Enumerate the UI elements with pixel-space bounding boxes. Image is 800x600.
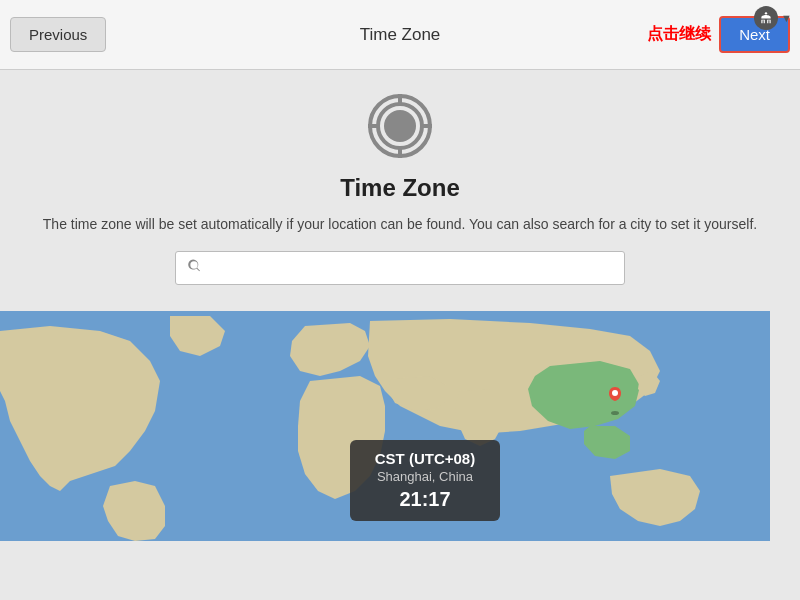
tooltip-city: Shanghai, China bbox=[366, 469, 484, 484]
svg-point-2 bbox=[384, 110, 416, 142]
svg-point-10 bbox=[612, 390, 618, 396]
page-title: Time Zone bbox=[360, 25, 441, 45]
search-container bbox=[175, 251, 625, 285]
section-title: Time Zone bbox=[30, 174, 770, 202]
previous-button[interactable]: Previous bbox=[10, 17, 106, 52]
top-bar: Previous Time Zone 点击继续 Next ▼ bbox=[0, 0, 800, 70]
click-continue-label: 点击继续 bbox=[647, 24, 711, 45]
search-icon bbox=[186, 258, 202, 278]
main-content: Time Zone The time zone will be set auto… bbox=[0, 70, 800, 311]
svg-point-9 bbox=[611, 411, 619, 415]
tooltip-time: 21:17 bbox=[366, 488, 484, 511]
map-tooltip: CST (UTC+08) Shanghai, China 21:17 bbox=[350, 440, 500, 521]
accessibility-icon[interactable] bbox=[754, 6, 778, 30]
svg-point-0 bbox=[765, 12, 767, 14]
city-search-input[interactable] bbox=[210, 260, 614, 276]
map-container[interactable]: CST (UTC+08) Shanghai, China 21:17 bbox=[0, 311, 770, 541]
timezone-icon bbox=[364, 90, 436, 162]
description-text: The time zone will be set automatically … bbox=[30, 214, 770, 235]
tooltip-timezone: CST (UTC+08) bbox=[366, 450, 484, 467]
dropdown-arrow[interactable]: ▼ bbox=[781, 12, 792, 24]
